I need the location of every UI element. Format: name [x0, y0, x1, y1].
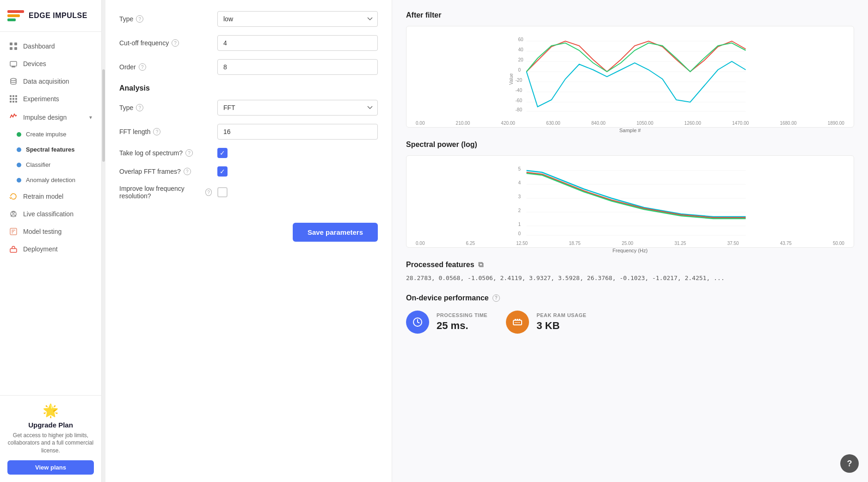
order-help-icon[interactable]: ?: [139, 63, 146, 71]
sidebar-item-impulse-design-label: Impulse design: [23, 114, 67, 121]
cutoff-freq-label: Cut-off frequency ?: [119, 39, 212, 47]
analysis-type-help-icon[interactable]: ?: [136, 104, 143, 111]
svg-text:5: 5: [518, 166, 521, 171]
filter-type-help-icon[interactable]: ?: [136, 15, 143, 23]
sidebar: EDGE IMPULSE Dashboard D: [0, 0, 102, 482]
help-button[interactable]: ?: [840, 454, 859, 473]
sidebar-item-anomaly-detection[interactable]: Anomaly detection: [0, 172, 101, 188]
order-group: Order ?: [119, 59, 378, 75]
order-input[interactable]: [217, 59, 378, 75]
cutoff-freq-help-icon[interactable]: ?: [172, 39, 179, 47]
fft-length-input[interactable]: [217, 124, 378, 140]
svg-rect-8: [10, 95, 12, 97]
svg-text:2: 2: [518, 208, 521, 213]
upgrade-section: 🌟 Upgrade Plan Get access to higher job …: [0, 395, 101, 482]
copy-icon[interactable]: ⧉: [478, 261, 483, 269]
svg-rect-12: [12, 98, 14, 100]
after-filter-x-label: Sample #: [414, 128, 846, 133]
svg-text:4: 4: [518, 180, 521, 185]
sidebar-item-experiments-label: Experiments: [23, 95, 59, 103]
sidebar-item-model-testing[interactable]: Model testing: [0, 223, 101, 240]
create-impulse-dot: [17, 132, 21, 137]
view-plans-button[interactable]: View plans: [7, 460, 94, 475]
svg-rect-54: [513, 320, 522, 325]
save-parameters-button[interactable]: Save parameters: [293, 223, 378, 242]
impulse-design-icon: [9, 112, 18, 122]
svg-rect-15: [12, 101, 14, 103]
analysis-type-select[interactable]: FFT Wavelet None: [217, 100, 378, 116]
sidebar-item-devices-label: Devices: [23, 60, 46, 67]
filter-type-label: Type ?: [119, 15, 212, 23]
sidebar-item-dashboard-label: Dashboard: [23, 43, 55, 50]
sidebar-item-create-impulse[interactable]: Create impulse: [0, 127, 101, 142]
processing-time-info: PROCESSING TIME 25 ms.: [437, 312, 487, 332]
overlap-fft-group: Overlap FFT frames? ? ✓: [119, 166, 378, 177]
sidebar-item-data-acquisition-label: Data acquisition: [23, 78, 69, 85]
svg-rect-10: [15, 95, 17, 97]
svg-rect-0: [10, 43, 12, 45]
svg-text:-60: -60: [516, 98, 523, 103]
sidebar-item-devices[interactable]: Devices: [0, 55, 101, 73]
overlap-fft-check-mark: ✓: [220, 168, 225, 175]
upgrade-title: Upgrade Plan: [7, 421, 94, 429]
sidebar-item-dashboard[interactable]: Dashboard: [0, 37, 101, 55]
sidebar-item-live-classification[interactable]: Live classification: [0, 205, 101, 223]
peak-ram-label: PEAK RAM USAGE: [536, 312, 586, 318]
improve-low-freq-group: Improve low frequency resolution? ?: [119, 185, 378, 200]
cutoff-freq-input[interactable]: [217, 35, 378, 51]
processing-time-value: 25 ms.: [437, 320, 487, 332]
classifier-dot: [17, 163, 21, 167]
improve-low-freq-checkbox[interactable]: [217, 187, 228, 197]
svg-text:3: 3: [518, 194, 521, 199]
sidebar-item-anomaly-detection-label: Anomaly detection: [26, 177, 75, 183]
overlap-fft-help-icon[interactable]: ?: [184, 168, 191, 175]
spectral-power-chart: 5 4 3 2 1 0: [406, 155, 854, 248]
improve-low-freq-label: Improve low frequency resolution? ?: [119, 185, 212, 200]
svg-rect-23: [10, 249, 17, 252]
sidebar-item-spectral-features[interactable]: Spectral features: [0, 142, 101, 157]
peak-ram-info: PEAK RAM USAGE 3 KB: [536, 312, 586, 332]
performance-title: On-device performance ?: [406, 294, 854, 302]
content-area: Type ? low high bandpass none Cut-off fr…: [105, 0, 868, 482]
sidebar-item-live-classification-label: Live classification: [23, 210, 74, 218]
overlap-fft-checkbox[interactable]: ✓: [217, 166, 228, 177]
fft-length-group: FFT length ?: [119, 124, 378, 140]
log-spectrum-group: Take log of spectrum? ? ✓: [119, 148, 378, 158]
sidebar-item-classifier[interactable]: Classifier: [0, 157, 101, 172]
improve-low-freq-help-icon[interactable]: ?: [205, 189, 212, 196]
svg-text:0: 0: [518, 67, 521, 73]
svg-rect-2: [10, 47, 12, 50]
svg-rect-4: [10, 61, 17, 66]
sidebar-item-impulse-design[interactable]: Impulse design ▾: [0, 108, 101, 127]
right-panel: After filter 60 40 20 0 -20 -40 -60 -80 …: [392, 0, 868, 482]
processed-features-data: 28.2783, 0.0568, -1.0506, 2.4119, 3.9327…: [406, 274, 854, 283]
fft-length-help-icon[interactable]: ?: [153, 128, 160, 135]
log-spectrum-help-icon[interactable]: ?: [185, 149, 193, 157]
svg-rect-16: [15, 101, 17, 103]
model-testing-icon: [9, 227, 18, 236]
sidebar-item-deployment[interactable]: Deployment: [0, 240, 101, 258]
sidebar-scrollbar[interactable]: [102, 0, 105, 482]
logo-bar-orange: [7, 14, 20, 17]
filter-type-select[interactable]: low high bandpass none: [217, 11, 378, 27]
after-filter-chart: 60 40 20 0 -20 -40 -60 -80 Value: [406, 26, 854, 128]
performance-section: On-device performance ? PROCESSING TIME …: [406, 294, 854, 334]
spectral-power-section: Spectral power (log) 5 4 3 2 1 0: [406, 140, 854, 248]
processing-time-card: PROCESSING TIME 25 ms.: [406, 311, 487, 334]
log-spectrum-label: Take log of spectrum? ?: [119, 149, 212, 157]
sidebar-item-experiments[interactable]: Experiments: [0, 90, 101, 108]
processing-time-icon: [406, 311, 429, 334]
svg-point-18: [12, 212, 14, 214]
upgrade-star-icon: 🌟: [7, 403, 94, 418]
svg-rect-56: [517, 319, 518, 320]
performance-help-icon[interactable]: ?: [492, 294, 500, 302]
fft-length-label: FFT length ?: [119, 128, 212, 135]
sidebar-item-data-acquisition[interactable]: Data acquisition: [0, 73, 101, 90]
deployment-icon: [9, 245, 18, 253]
log-spectrum-checkbox[interactable]: ✓: [217, 148, 228, 158]
sidebar-item-retrain-model[interactable]: Retrain model: [0, 188, 101, 205]
svg-rect-55: [515, 319, 516, 320]
spectral-features-dot: [17, 147, 21, 152]
svg-rect-3: [14, 47, 17, 50]
svg-rect-11: [10, 98, 12, 100]
